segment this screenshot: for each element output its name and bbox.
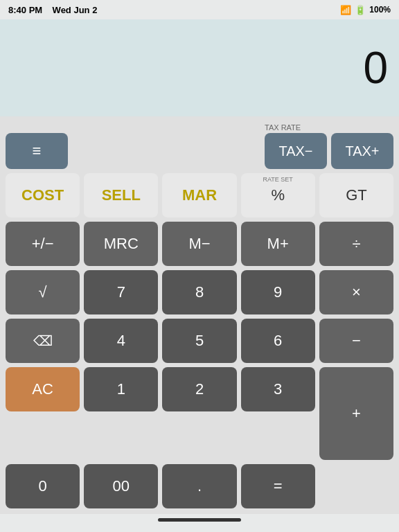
tax-buttons-group: TAX RATE TAX− TAX+ [265, 121, 393, 169]
double-zero-button[interactable]: 00 [84, 464, 158, 508]
m-plus-button[interactable]: M+ [241, 222, 315, 266]
divide-button[interactable]: ÷ [319, 222, 393, 266]
status-bar: 8:40 PM Wed Jun 2 📶 🔋 100% [0, 0, 399, 19]
decimal-label: . [197, 477, 202, 495]
multiply-label: × [352, 283, 361, 301]
mar-button[interactable]: MAR [162, 173, 236, 218]
calculator-body: ≡ TAX RATE TAX− TAX+ COST SELL MAR [0, 116, 399, 514]
top-control-row: ≡ TAX RATE TAX− TAX+ [6, 121, 393, 169]
decimal-button[interactable]: . [162, 464, 236, 508]
menu-icon: ≡ [33, 142, 42, 160]
multiply-button[interactable]: × [319, 270, 393, 314]
m-minus-button[interactable]: M− [162, 222, 236, 266]
gt-label: GT [346, 186, 367, 204]
backspace-icon: ⌫ [33, 332, 53, 349]
sqrt-button[interactable]: √ [6, 270, 80, 314]
row-123-ac: AC 1 2 3 + [6, 367, 393, 460]
mar-label: MAR [182, 186, 217, 204]
status-time: 8:40 PM Wed Jun 2 [8, 5, 97, 15]
subtract-label: − [352, 332, 361, 350]
home-indicator [158, 518, 241, 522]
tax-plus-button[interactable]: TAX+ [331, 133, 393, 169]
ac-button[interactable]: AC [6, 367, 80, 411]
rate-set-label: RATE SET [263, 176, 293, 183]
seven-button[interactable]: 7 [84, 270, 158, 314]
time-text: 8:40 PM [8, 5, 42, 15]
row-789: √ 7 8 9 × [6, 270, 393, 314]
display-value: 0 [363, 42, 388, 94]
five-label: 5 [195, 332, 204, 350]
sqrt-label: √ [39, 283, 47, 301]
plus-minus-button[interactable]: +/− [6, 222, 80, 266]
four-label: 4 [117, 332, 125, 350]
row-456: ⌫ 4 5 6 − [6, 319, 393, 363]
battery-percent: 100% [369, 5, 391, 15]
status-right: 📶 🔋 100% [340, 5, 391, 15]
m-plus-label: M+ [267, 235, 289, 253]
plus-minus-label: +/− [32, 235, 54, 253]
mrc-label: MRC [104, 235, 139, 253]
double-zero-label: 00 [113, 477, 130, 495]
divide-label: ÷ [352, 235, 360, 253]
tax-minus-button[interactable]: TAX− [265, 133, 327, 169]
one-button[interactable]: 1 [84, 367, 158, 411]
battery-icon: 🔋 [355, 5, 366, 15]
tax-rate-label: TAX RATE [265, 123, 301, 132]
zero-label: 0 [38, 477, 46, 495]
mrc-button[interactable]: MRC [84, 222, 158, 266]
six-button[interactable]: 6 [241, 319, 315, 363]
percent-label: % [271, 186, 285, 204]
add-button[interactable]: + [319, 367, 393, 460]
two-button[interactable]: 2 [162, 367, 236, 411]
ac-label: AC [32, 380, 53, 398]
menu-button[interactable]: ≡ [6, 133, 68, 169]
add-label: + [352, 405, 361, 423]
zero-button[interactable]: 0 [6, 464, 80, 508]
wifi-icon: 📶 [340, 5, 351, 15]
row-cost-sell-mar: COST SELL MAR RATE SET % GT [6, 173, 393, 218]
three-button[interactable]: 3 [241, 367, 315, 411]
one-label: 1 [117, 380, 125, 398]
row-0-equals: 0 00 . = [6, 464, 393, 508]
percent-button[interactable]: RATE SET % [241, 173, 315, 218]
sell-label: SELL [102, 186, 141, 204]
nine-label: 9 [274, 283, 282, 301]
four-button[interactable]: 4 [84, 319, 158, 363]
three-label: 3 [274, 380, 282, 398]
m-minus-label: M− [188, 235, 210, 253]
nine-button[interactable]: 9 [241, 270, 315, 314]
eight-label: 8 [195, 283, 204, 301]
equals-button[interactable]: = [241, 464, 315, 508]
eight-button[interactable]: 8 [162, 270, 236, 314]
five-button[interactable]: 5 [162, 319, 236, 363]
two-label: 2 [195, 380, 204, 398]
seven-label: 7 [117, 283, 125, 301]
sell-button[interactable]: SELL [84, 173, 158, 218]
tax-minus-label: TAX− [278, 143, 312, 159]
gt-button[interactable]: GT [319, 173, 393, 218]
row-memory: +/− MRC M− M+ ÷ [6, 222, 393, 266]
equals-label: = [274, 477, 283, 495]
subtract-button[interactable]: − [319, 319, 393, 363]
backspace-button[interactable]: ⌫ [6, 319, 80, 363]
cost-button[interactable]: COST [6, 173, 80, 218]
tax-plus-label: TAX+ [345, 143, 379, 159]
tax-buttons: TAX− TAX+ [265, 133, 393, 169]
display: 0 [0, 19, 399, 116]
cost-label: COST [21, 186, 64, 204]
date-text: Wed Jun 2 [53, 5, 98, 15]
six-label: 6 [274, 332, 282, 350]
